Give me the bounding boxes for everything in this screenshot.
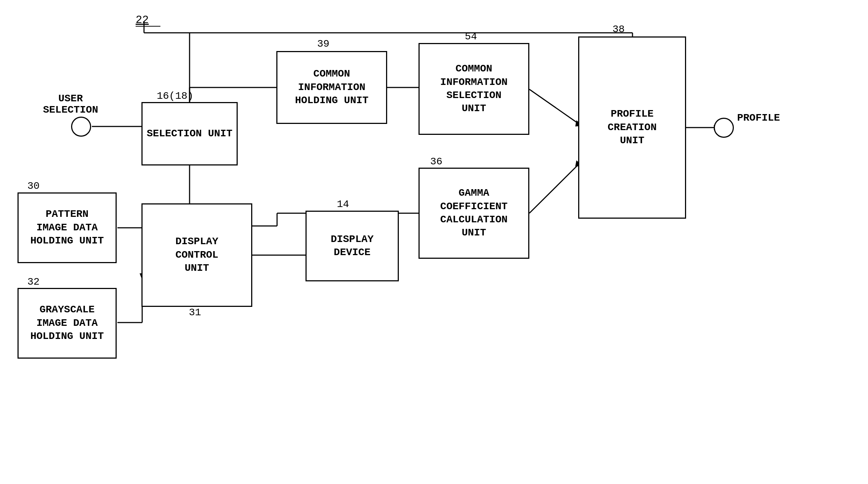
common-info-holding-block: COMMONINFORMATIONHOLDING UNIT [276,51,387,124]
display-device-block: DISPLAYDEVICE [305,211,399,281]
user-selection-label: USERSELECTION [43,93,98,116]
common-info-selection-block: COMMONINFORMATIONSELECTIONUNIT [419,43,529,135]
profile-label: PROFILE [737,112,780,124]
ref-54: 54 [465,31,477,42]
ref-39: 39 [317,38,330,50]
grayscale-image-block: GRAYSCALEIMAGE DATAHOLDING UNIT [17,288,117,359]
ref-16-18: 16(18) [157,90,194,102]
ref-14: 14 [337,199,349,210]
display-control-block: DISPLAYCONTROLUNIT [141,203,252,307]
ref-38: 38 [612,24,625,35]
gamma-coeff-block: GAMMACOEFFICIENTCALCULATIONUNIT [419,168,529,259]
profile-output-circle [714,118,734,138]
diagram-container: SELECTION UNIT COMMONINFORMATIONHOLDING … [0,0,868,484]
ref-30: 30 [27,180,40,192]
ref-22: 22 [136,14,149,26]
user-selection-circle [71,117,91,137]
svg-line-7 [529,89,579,124]
svg-line-21 [529,164,579,213]
ref-36: 36 [430,156,443,167]
ref-31: 31 [189,307,201,318]
pattern-image-block: PATTERNIMAGE DATAHOLDING UNIT [17,192,117,263]
ref-32: 32 [27,276,40,288]
selection-unit-block: SELECTION UNIT [141,102,238,165]
profile-creation-block: PROFILECREATIONUNIT [578,36,686,219]
